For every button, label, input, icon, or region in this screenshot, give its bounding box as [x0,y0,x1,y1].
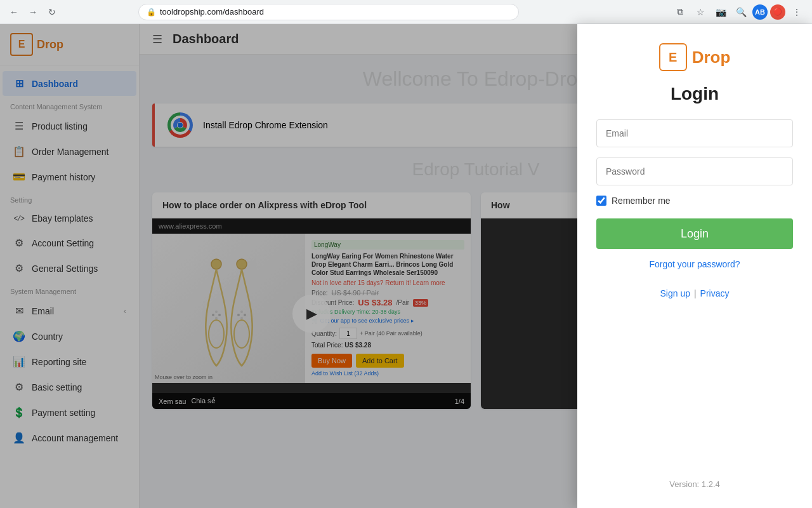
login-panel: E Drop Login Remember me Login Forgot yo… [577,24,812,508]
login-button[interactable]: Login [596,218,793,249]
refresh-button[interactable]: ↻ [44,4,60,20]
separator: | [694,288,697,298]
signup-link[interactable]: Sign up [660,288,690,298]
login-title: Login [671,84,719,104]
extension-badge[interactable]: 🔴 [770,4,785,20]
browser-nav-buttons: ← → ↻ [6,4,60,20]
remember-checkbox[interactable] [596,196,606,206]
profile-badge[interactable]: AB [752,4,768,20]
version-text: Version: 1.2.4 [669,479,720,489]
extensions-button[interactable]: ⧉ [671,3,689,21]
lock-icon: 🔒 [147,8,156,17]
search-button[interactable]: 🔍 [732,3,750,21]
login-overlay: E Drop Login Remember me Login Forgot yo… [0,24,812,508]
app-wrapper: E Drop ⊞ Dashboard Content Management Sy… [0,24,812,508]
browser-actions: ⧉ ☆ 📷 🔍 AB 🔴 ⋮ [671,3,806,21]
login-logo: E Drop [659,43,731,71]
forward-button[interactable]: → [25,4,41,20]
screenshot-button[interactable]: 📷 [712,3,730,21]
more-button[interactable]: ⋮ [788,3,806,21]
remember-row: Remember me [596,196,793,206]
forgot-password-link[interactable]: Forgot your password? [649,259,740,269]
login-logo-letter: E [669,50,677,65]
back-button[interactable]: ← [6,4,22,20]
login-logo-box: E [659,43,687,71]
password-input[interactable] [596,157,793,185]
remember-label: Remember me [612,196,671,206]
address-bar[interactable]: 🔒 tooldropship.com/dashboard [138,4,519,20]
signup-row: Sign up | Privacy [660,288,729,298]
email-input[interactable] [596,119,793,147]
url-text: tooldropship.com/dashboard [160,7,264,17]
browser-chrome: ← → ↻ 🔒 tooldropship.com/dashboard ⧉ ☆ 📷… [0,0,812,24]
login-logo-text: Drop [692,48,731,67]
login-logo-drop: Drop [692,48,731,67]
bookmark-button[interactable]: ☆ [691,3,709,21]
privacy-link[interactable]: Privacy [700,288,730,298]
